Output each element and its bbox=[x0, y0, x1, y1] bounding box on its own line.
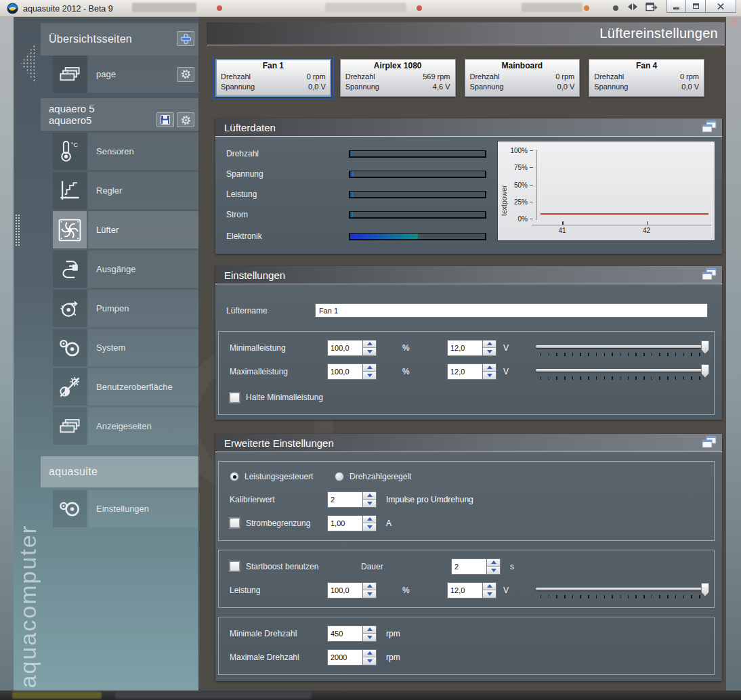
stepper-down-button[interactable] bbox=[483, 348, 496, 355]
stepper-down-button[interactable] bbox=[363, 523, 376, 531]
slider-ticks bbox=[541, 376, 704, 380]
stepper-input[interactable] bbox=[327, 626, 362, 642]
stepper-up-button[interactable] bbox=[363, 583, 376, 591]
fan-card-fan1[interactable]: Fan 1 Drehzahl0 rpm Spannung0,0 V bbox=[215, 59, 331, 97]
detach-panel-button[interactable] bbox=[701, 435, 719, 451]
minimize-button[interactable] bbox=[666, 0, 686, 13]
x-tick: 42 bbox=[643, 227, 650, 234]
aquaero-settings-button[interactable] bbox=[177, 112, 194, 127]
sidebar-item-system[interactable]: System bbox=[53, 329, 198, 366]
stepper-up-button[interactable] bbox=[483, 341, 496, 349]
stepper-input[interactable] bbox=[447, 364, 482, 380]
rpm-range-groupbox: Minimale Drehzahl rpm Maximale Drehzahl bbox=[218, 617, 715, 675]
fan-name-input[interactable] bbox=[315, 303, 708, 318]
slider-ticks bbox=[541, 353, 704, 356]
max-power-label: Maximalleistung bbox=[230, 367, 327, 376]
window-frame-right bbox=[726, 17, 741, 691]
stepper-down-button[interactable] bbox=[483, 590, 496, 598]
rpm-controlled-radio[interactable] bbox=[335, 472, 344, 481]
startboost-checkbox[interactable] bbox=[230, 561, 240, 571]
page-settings-button[interactable] bbox=[177, 67, 194, 82]
stepper-up-button[interactable] bbox=[483, 583, 496, 591]
max-power-voltage-stepper[interactable] bbox=[447, 364, 496, 380]
desktop-background-dot bbox=[417, 5, 422, 11]
stepper-down-button[interactable] bbox=[363, 348, 376, 355]
svg-text:1: 1 bbox=[66, 68, 69, 74]
sidebar-item-einstellungen[interactable]: Einstellungen bbox=[53, 490, 198, 527]
sidebar-item-anzeigeseiten[interactable]: 1 Anzeigeseiten bbox=[53, 408, 198, 445]
boost-power-slider[interactable] bbox=[536, 582, 708, 600]
min-power-voltage-stepper[interactable] bbox=[447, 340, 496, 356]
collapse-panel-icon[interactable] bbox=[624, 0, 641, 14]
stepper-input[interactable] bbox=[327, 515, 362, 531]
save-settings-button[interactable] bbox=[156, 112, 174, 127]
sidebar-item-sensoren[interactable]: °C Sensoren bbox=[53, 133, 198, 170]
section-title: Einstellungen bbox=[224, 269, 285, 281]
duration-stepper[interactable] bbox=[451, 559, 501, 575]
sidebar-item-page[interactable]: 1 page bbox=[53, 56, 198, 93]
current-limit-label: Strombegrenzung bbox=[246, 519, 327, 528]
detach-panel-button[interactable] bbox=[701, 267, 719, 283]
current-limit-stepper[interactable] bbox=[327, 515, 377, 531]
stepper-input[interactable] bbox=[327, 364, 362, 380]
close-button[interactable] bbox=[706, 0, 736, 13]
boost-power-percent-stepper[interactable] bbox=[327, 582, 377, 598]
stepper-down-button[interactable] bbox=[483, 372, 496, 379]
calibration-stepper[interactable] bbox=[327, 491, 377, 508]
arrow-down-icon bbox=[491, 569, 496, 572]
stepper-down-button[interactable] bbox=[363, 500, 376, 507]
stepper-input[interactable] bbox=[447, 340, 482, 356]
stepper-down-button[interactable] bbox=[363, 634, 376, 641]
percent-unit: % bbox=[377, 343, 447, 353]
stepper-up-button[interactable] bbox=[363, 626, 376, 634]
export-window-icon[interactable] bbox=[643, 0, 660, 14]
slider-thumb[interactable] bbox=[701, 341, 709, 354]
stepper-up-button[interactable] bbox=[483, 364, 496, 372]
stepper-up-button[interactable] bbox=[487, 559, 500, 567]
stepper-down-button[interactable] bbox=[363, 590, 376, 598]
y-tick: 100% bbox=[510, 147, 533, 154]
stepper-up-button[interactable] bbox=[363, 650, 376, 658]
aquacomputer-logo-text: aquacomputer bbox=[15, 525, 41, 688]
min-rpm-stepper[interactable] bbox=[327, 626, 377, 642]
stepper-up-button[interactable] bbox=[363, 364, 376, 372]
stepper-input[interactable] bbox=[451, 559, 486, 575]
stepper-down-button[interactable] bbox=[363, 657, 376, 665]
window-frame-left bbox=[0, 17, 14, 691]
sidebar-item-regler[interactable]: Regler bbox=[53, 172, 198, 209]
stepper-input[interactable] bbox=[447, 582, 482, 598]
boost-power-voltage-stepper[interactable] bbox=[447, 582, 496, 598]
fan-card-mainboard[interactable]: Mainboard Drehzahl0 rpm Spannung0,0 V bbox=[465, 59, 580, 97]
mode-groupbox: Leistungsgesteuert Drehzahlgeregelt Kali… bbox=[218, 461, 715, 541]
current-limit-checkbox[interactable] bbox=[230, 518, 240, 528]
sidebar-item-ausgaenge[interactable]: Ausgänge bbox=[53, 250, 198, 288]
min-power-percent-stepper[interactable] bbox=[327, 340, 377, 356]
sidebar-item-pumpen[interactable]: Pumpen bbox=[53, 290, 198, 327]
fan-card-airplex1080[interactable]: Airplex 1080 Drehzahl569 rpm Spannung4,6… bbox=[340, 59, 456, 97]
slider-thumb[interactable] bbox=[701, 583, 709, 596]
sidebar-item-benutzeroberflaeche[interactable]: Benutzeroberfläche bbox=[53, 368, 198, 406]
section-luefterdaten: Lüfterdaten Drehzahl Spannung Leistun bbox=[215, 118, 722, 254]
stepper-down-button[interactable] bbox=[363, 372, 376, 379]
slider-thumb[interactable] bbox=[701, 364, 709, 378]
stepper-down-button[interactable] bbox=[487, 567, 500, 574]
stepper-input[interactable] bbox=[327, 649, 362, 665]
hold-min-power-checkbox[interactable] bbox=[230, 393, 240, 403]
stepper-up-button[interactable] bbox=[363, 516, 376, 524]
fan-card-fan4[interactable]: Fan 4 Drehzahl0 rpm Spannung0,0 V bbox=[589, 59, 704, 97]
stepper-up-button[interactable] bbox=[363, 492, 376, 500]
stepper-input[interactable] bbox=[327, 491, 362, 508]
detach-panel-button[interactable] bbox=[701, 119, 719, 135]
sidebar-item-luefter[interactable]: Lüfter bbox=[53, 211, 198, 248]
power-controlled-radio[interactable] bbox=[230, 472, 239, 481]
max-rpm-stepper[interactable] bbox=[327, 649, 377, 665]
stepper-input[interactable] bbox=[327, 340, 362, 356]
maximize-button[interactable] bbox=[686, 0, 706, 13]
stepper-input[interactable] bbox=[327, 582, 362, 598]
pages-icon: 1 bbox=[53, 56, 87, 93]
min-power-slider[interactable] bbox=[536, 340, 708, 357]
add-overview-page-button[interactable] bbox=[177, 31, 194, 46]
max-power-slider[interactable] bbox=[536, 364, 708, 381]
stepper-up-button[interactable] bbox=[363, 341, 376, 349]
max-power-percent-stepper[interactable] bbox=[327, 364, 377, 380]
